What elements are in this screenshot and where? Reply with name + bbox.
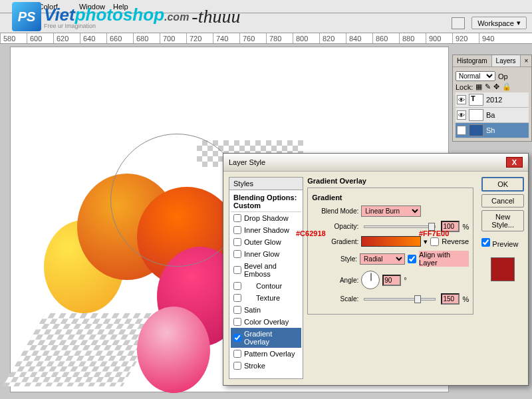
- layer-row[interactable]: 👁T2012: [456, 92, 529, 108]
- scale-input[interactable]: [441, 293, 460, 305]
- style-item-inner-shadow[interactable]: Inner Shadow: [231, 224, 301, 236]
- lock-pixels-icon[interactable]: ✎: [485, 82, 491, 91]
- lock-icon[interactable]: ▦: [475, 82, 482, 91]
- horizontal-ruler: 5806006206406606807007207407607808008208…: [0, 33, 532, 44]
- layer-row[interactable]: 👁Ba: [456, 108, 529, 123]
- layer-thumb: [469, 124, 483, 136]
- layer-name: Ba: [486, 111, 495, 119]
- reverse-checkbox[interactable]: [430, 237, 439, 246]
- preview-swatch: [491, 257, 515, 281]
- style-dropdown[interactable]: Radial: [360, 253, 405, 265]
- section-title: Gradient Overlay: [307, 177, 473, 185]
- style-item-contour[interactable]: Contour: [231, 280, 301, 292]
- blend-mode-dropdown[interactable]: Linear Burn: [361, 205, 421, 217]
- style-checkbox[interactable]: [233, 238, 241, 246]
- style-item-drop-shadow[interactable]: Drop Shadow: [231, 212, 301, 224]
- style-item-texture[interactable]: Texture: [231, 292, 301, 304]
- style-item-gradient-overlay[interactable]: Gradient Overlay: [231, 328, 301, 348]
- opacity-slider[interactable]: [364, 225, 436, 228]
- author-signature: -thuuu: [192, 6, 240, 27]
- layer-thumb: [469, 109, 483, 121]
- dropdown-icon[interactable]: ▾: [424, 237, 428, 246]
- style-checkbox[interactable]: [233, 282, 241, 290]
- layers-panel: Histogram Layers × Normal Op Lock: ▦ ✎ ✥…: [452, 55, 532, 142]
- color-annotation-right: #FF7E00: [419, 229, 449, 237]
- dialog-title: Layer Style: [229, 158, 265, 166]
- style-checkbox[interactable]: [233, 362, 241, 370]
- ok-button[interactable]: OK: [481, 177, 524, 192]
- workspace-dropdown[interactable]: Workspace▾: [471, 17, 527, 29]
- tab-layers[interactable]: Layers: [492, 55, 521, 66]
- angle-input[interactable]: [382, 275, 401, 286]
- style-checkbox[interactable]: [233, 266, 241, 274]
- close-icon[interactable]: ×: [521, 55, 532, 66]
- tab-histogram[interactable]: Histogram: [453, 55, 492, 66]
- logo-icon: PS: [12, 2, 41, 31]
- visibility-icon[interactable]: 👁: [457, 110, 466, 120]
- style-checkbox[interactable]: [233, 214, 241, 222]
- layer-name: 2012: [486, 96, 502, 104]
- style-checkbox[interactable]: [233, 334, 241, 342]
- style-item-outer-glow[interactable]: Outer Glow: [231, 236, 301, 248]
- layer-thumb: T: [469, 94, 483, 106]
- angle-dial[interactable]: [361, 271, 380, 289]
- layer-row[interactable]: 👁Sh: [456, 123, 529, 138]
- style-checkbox[interactable]: [233, 294, 241, 302]
- style-checkbox[interactable]: [233, 226, 241, 234]
- cancel-button[interactable]: Cancel: [481, 194, 524, 207]
- align-checkbox[interactable]: [408, 255, 416, 263]
- artwork-shapes: [44, 167, 230, 366]
- preview-checkbox[interactable]: [481, 238, 490, 247]
- style-checkbox[interactable]: [233, 350, 241, 358]
- style-item-stroke[interactable]: Stroke: [231, 360, 301, 372]
- watermark-logo: PS Vietphotoshop.com Free ur Imagination…: [12, 0, 291, 33]
- blend-mode-select[interactable]: Normal: [456, 71, 495, 81]
- lock-all-icon[interactable]: 🔒: [502, 82, 511, 91]
- color-annotation-left: #C62918: [296, 229, 326, 237]
- lock-move-icon[interactable]: ✥: [493, 82, 499, 91]
- style-checkbox[interactable]: [233, 318, 241, 326]
- scale-slider[interactable]: [364, 298, 436, 301]
- screen-mode-icon[interactable]: [452, 17, 465, 29]
- style-item-bevel-and-emboss[interactable]: Bevel and Emboss: [231, 260, 301, 280]
- styles-header[interactable]: Styles: [229, 178, 303, 190]
- chevron-down-icon: ▾: [517, 19, 521, 27]
- style-item-color-overlay[interactable]: Color Overlay: [231, 316, 301, 328]
- style-checkbox[interactable]: [233, 306, 241, 314]
- visibility-icon[interactable]: 👁: [457, 95, 466, 104]
- style-item-pattern-overlay[interactable]: Pattern Overlay: [231, 348, 301, 360]
- style-checkbox[interactable]: [233, 250, 241, 258]
- close-button[interactable]: X: [506, 157, 523, 168]
- layer-style-dialog: Layer Style X Styles Blending Options: C…: [223, 153, 529, 386]
- visibility-icon[interactable]: 👁: [457, 126, 466, 135]
- style-item-inner-glow[interactable]: Inner Glow: [231, 248, 301, 260]
- style-item-satin[interactable]: Satin: [231, 304, 301, 316]
- layer-name: Sh: [486, 126, 495, 134]
- new-style-button[interactable]: New Style...: [481, 210, 524, 231]
- blending-options[interactable]: Blending Options: Custom: [231, 192, 301, 212]
- gradient-picker[interactable]: [361, 236, 421, 247]
